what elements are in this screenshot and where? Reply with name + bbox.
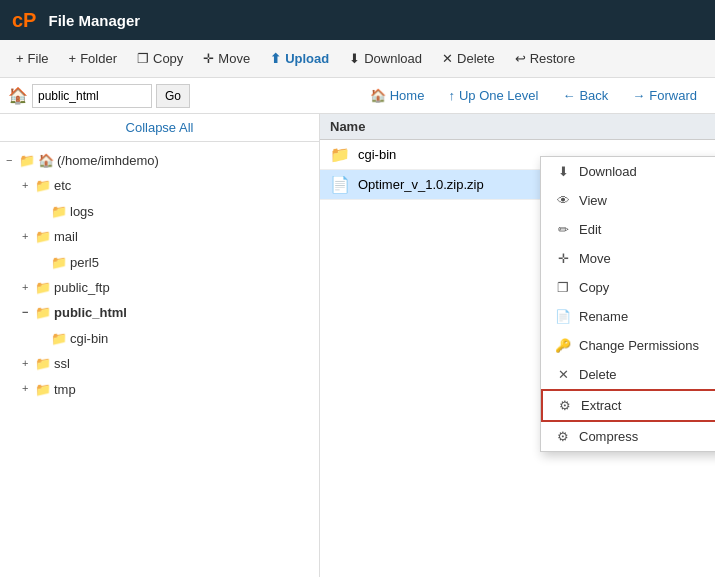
copy-ctx-icon: ❐: [555, 280, 571, 295]
folder-icon: 📁: [35, 174, 51, 197]
permissions-ctx-icon: 🔑: [555, 338, 571, 353]
ctx-compress[interactable]: ⚙ Compress: [541, 422, 715, 451]
home-nav-button[interactable]: 🏠 Home: [360, 84, 435, 107]
download-ctx-icon: ⬇: [555, 164, 571, 179]
copy-icon: ❐: [137, 51, 149, 66]
folder-icon: 📁: [35, 301, 51, 324]
ctx-delete[interactable]: ✕ Delete: [541, 360, 715, 389]
tree-item[interactable]: + 📁 etc: [20, 173, 315, 198]
forward-icon: →: [632, 88, 645, 103]
collapse-all-button[interactable]: Collapse All: [0, 114, 319, 142]
restore-button[interactable]: ↩ Restore: [507, 47, 584, 70]
folder-icon: 📁: [51, 327, 67, 350]
copy-button[interactable]: ❐ Copy: [129, 47, 191, 70]
folder-add-icon: +: [69, 51, 77, 66]
tree-item[interactable]: 📁 cgi-bin: [36, 326, 315, 351]
home-nav-icon: 🏠: [370, 88, 386, 103]
download-icon: ⬇: [349, 51, 360, 66]
delete-ctx-icon: ✕: [555, 367, 571, 382]
view-ctx-icon: 👁: [555, 193, 571, 208]
edit-ctx-icon: ✏: [555, 222, 571, 237]
path-input[interactable]: [32, 84, 152, 108]
expand-icon: −: [6, 151, 16, 171]
add-icon: +: [16, 51, 24, 66]
tree-item[interactable]: 📁 logs: [36, 199, 315, 224]
nav-bar: 🏠 Go 🏠 Home ↑ Up One Level ← Back → Forw…: [0, 78, 715, 114]
zip-icon: 📄: [330, 175, 350, 194]
folder-icon: 📁: [51, 200, 67, 223]
file-button[interactable]: + File: [8, 47, 57, 70]
tree-item[interactable]: + 📁 ssl: [20, 351, 315, 376]
delete-button[interactable]: ✕ Delete: [434, 47, 503, 70]
folder-icon: 📁: [35, 378, 51, 401]
ctx-edit[interactable]: ✏ Edit: [541, 215, 715, 244]
move-button[interactable]: ✛ Move: [195, 47, 258, 70]
delete-icon: ✕: [442, 51, 453, 66]
tree-item-public-html[interactable]: − 📁 public_html: [20, 300, 315, 325]
folder-icon: 📁: [35, 276, 51, 299]
toolbar: + File + Folder ❐ Copy ✛ Move ⬆ Upload ⬇…: [0, 40, 715, 78]
ctx-permissions[interactable]: 🔑 Change Permissions: [541, 331, 715, 360]
ctx-extract[interactable]: ⚙ Extract: [541, 389, 715, 422]
folder-icon: 📁: [51, 251, 67, 274]
tree-root[interactable]: − 📁 🏠 (/home/imhdemo): [4, 148, 315, 173]
restore-icon: ↩: [515, 51, 526, 66]
back-button[interactable]: ← Back: [552, 84, 618, 107]
ctx-view[interactable]: 👁 View: [541, 186, 715, 215]
home-icon[interactable]: 🏠: [8, 86, 28, 105]
compress-ctx-icon: ⚙: [555, 429, 571, 444]
ctx-download[interactable]: ⬇ Download: [541, 157, 715, 186]
folder-icon: 📁: [330, 145, 350, 164]
go-button[interactable]: Go: [156, 84, 190, 108]
tree-item[interactable]: 📁 perl5: [36, 250, 315, 275]
main-layout: Collapse All − 📁 🏠 (/home/imhdemo) + 📁 e…: [0, 114, 715, 577]
move-icon: ✛: [203, 51, 214, 66]
folder-icon: 📁: [35, 225, 51, 248]
app-title: File Manager: [48, 12, 140, 29]
context-menu: ⬇ Download 👁 View ✏ Edit ✛ Move ❐ Copy: [540, 156, 715, 452]
rename-ctx-icon: 📄: [555, 309, 571, 324]
folder-button[interactable]: + Folder: [61, 47, 125, 70]
file-list-header: Name: [320, 114, 715, 140]
up-level-button[interactable]: ↑ Up One Level: [438, 84, 548, 107]
tree-item[interactable]: + 📁 tmp: [20, 377, 315, 402]
ctx-rename[interactable]: 📄 Rename: [541, 302, 715, 331]
root-folder-icon: 📁: [19, 149, 35, 172]
folder-icon: 📁: [35, 352, 51, 375]
download-button[interactable]: ⬇ Download: [341, 47, 430, 70]
tree-item[interactable]: + 📁 mail: [20, 224, 315, 249]
home-icon-tree: 🏠: [38, 149, 54, 172]
back-icon: ←: [562, 88, 575, 103]
top-bar: cP File Manager: [0, 0, 715, 40]
upload-icon: ⬆: [270, 51, 281, 66]
move-ctx-icon: ✛: [555, 251, 571, 266]
extract-ctx-icon: ⚙: [557, 398, 573, 413]
ctx-copy[interactable]: ❐ Copy: [541, 273, 715, 302]
upload-button[interactable]: ⬆ Upload: [262, 47, 337, 70]
cpanel-logo: cP: [12, 9, 36, 32]
tree-item[interactable]: + 📁 public_ftp: [20, 275, 315, 300]
forward-button[interactable]: → Forward: [622, 84, 707, 107]
sidebar: Collapse All − 📁 🏠 (/home/imhdemo) + 📁 e…: [0, 114, 320, 577]
file-tree: − 📁 🏠 (/home/imhdemo) + 📁 etc 📁 logs + 📁: [0, 142, 319, 408]
right-panel: Name 📁 cgi-bin 📄 Optimer_v_1.0.zip.zip ⬇…: [320, 114, 715, 577]
up-icon: ↑: [448, 88, 455, 103]
ctx-move[interactable]: ✛ Move: [541, 244, 715, 273]
